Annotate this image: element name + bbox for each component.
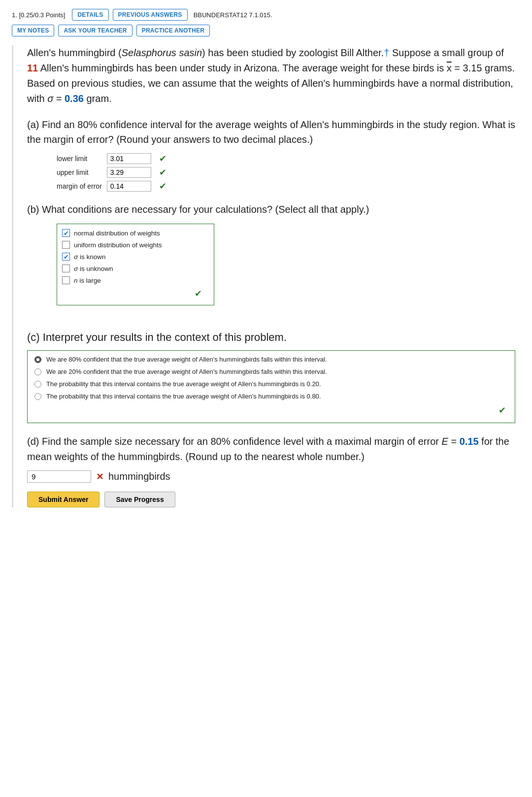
save-progress-button[interactable]: Save Progress <box>104 492 175 507</box>
part-d-text: (d) Find the sample size necessary for a… <box>27 434 515 465</box>
checkbox-4[interactable] <box>62 265 70 272</box>
checkbox-section: ✔ normal distribution of weights uniform… <box>57 224 214 305</box>
answer-d-input[interactable] <box>27 470 91 483</box>
xbar-symbol: x <box>447 63 452 73</box>
dagger-symbol: † <box>384 47 389 58</box>
checkbox-label-2: uniform distribution of weights <box>74 241 162 249</box>
top-bar: 1. [0.25/0.3 Points] DETAILS PREVIOUS AN… <box>12 9 520 21</box>
species-name: Selasphorus sasin <box>122 47 202 58</box>
page-wrapper: 1. [0.25/0.3 Points] DETAILS PREVIOUS AN… <box>0 0 532 527</box>
check-icon-1: ✔ <box>64 230 69 237</box>
answer-row-d: ✕ hummingbirds <box>27 470 515 483</box>
lower-limit-row: lower limit ✔ <box>57 152 171 166</box>
radio-1[interactable] <box>34 356 41 363</box>
radio-4[interactable] <box>34 393 41 400</box>
upper-limit-row: upper limit ✔ <box>57 166 171 179</box>
lower-limit-input[interactable] <box>107 153 151 164</box>
radio-3[interactable] <box>34 381 41 388</box>
checkbox-5[interactable] <box>62 276 70 284</box>
points-label: 1. [0.25/0.3 Points] <box>12 11 65 19</box>
checkbox-2[interactable] <box>62 241 70 249</box>
radio-row-1: We are 80% confident that the true avera… <box>34 356 506 363</box>
margin-error-row: margin of error ✔ <box>57 179 171 193</box>
part-b-intro: (b) What conditions are necessary for yo… <box>27 202 515 217</box>
question-text: Allen's hummingbird (Selasphorus sasin) … <box>27 45 515 106</box>
second-bar: MY NOTES ASK YOUR TEACHER PRACTICE ANOTH… <box>12 25 520 36</box>
lower-limit-check: ✔ <box>159 154 166 164</box>
hummingbirds-label: hummingbirds <box>108 471 170 482</box>
sigma-symbol: σ <box>47 93 53 104</box>
radio-2[interactable] <box>34 368 41 375</box>
upper-limit-check: ✔ <box>159 167 166 177</box>
checkbox-row-2: uniform distribution of weights <box>62 241 205 249</box>
wrong-icon: ✕ <box>96 471 103 482</box>
upper-limit-label: upper limit <box>57 166 107 179</box>
checkbox-3[interactable]: ✔ <box>62 253 70 261</box>
bottom-buttons: Submit Answer Save Progress <box>27 492 515 507</box>
radio-label-3: The probability that this interval conta… <box>46 380 321 388</box>
radio-label-4: The probability that this interval conta… <box>46 393 321 400</box>
checkbox-label-5: n is large <box>74 277 101 284</box>
radio-label-1: We are 80% confident that the true avera… <box>46 356 327 363</box>
details-button[interactable]: DETAILS <box>72 9 108 21</box>
lower-limit-label: lower limit <box>57 152 107 166</box>
margin-error-input[interactable] <box>107 181 151 192</box>
radio-label-2: We are 20% confident that the true avera… <box>46 368 327 375</box>
ask-teacher-button[interactable]: ASK YOUR TEACHER <box>58 25 132 36</box>
problem-id: BBUNDERSTAT12 7.1.015. <box>194 11 272 19</box>
check-icon-3: ✔ <box>64 253 69 261</box>
checkbox-label-4: σ is unknown <box>74 265 113 272</box>
part-c-label: (c) Interpret your results in the contex… <box>27 329 515 345</box>
radio-section-check: ✔ <box>34 405 506 416</box>
radio-section: We are 80% confident that the true avera… <box>27 350 515 423</box>
checkbox-row-1: ✔ normal distribution of weights <box>62 229 205 237</box>
checkbox-label-3: σ is known <box>74 253 105 261</box>
E-value: 0.15 <box>460 436 479 447</box>
checkbox-row-4: σ is unknown <box>62 265 205 272</box>
fields-table: lower limit ✔ upper limit ✔ margin of er… <box>57 152 515 193</box>
main-content: Allen's hummingbird (Selasphorus sasin) … <box>12 45 520 507</box>
checkbox-section-check: ✔ <box>62 288 205 299</box>
margin-error-check: ✔ <box>159 181 166 191</box>
practice-another-button[interactable]: PRACTICE ANOTHER <box>136 25 210 36</box>
part-a-label: (a) Find an 80% confidence interval for … <box>27 117 515 147</box>
my-notes-button[interactable]: MY NOTES <box>12 25 54 36</box>
upper-limit-input[interactable] <box>107 167 151 178</box>
radio-row-3: The probability that this interval conta… <box>34 380 506 388</box>
checkbox-1[interactable]: ✔ <box>62 229 70 237</box>
previous-answers-button[interactable]: PREVIOUS ANSWERS <box>113 9 188 21</box>
margin-error-label: margin of error <box>57 179 107 193</box>
submit-button[interactable]: Submit Answer <box>27 492 100 507</box>
checkbox-label-1: normal distribution of weights <box>74 230 160 237</box>
sigma-value: 0.36 <box>65 93 84 104</box>
radio-row-4: The probability that this interval conta… <box>34 393 506 400</box>
checkbox-row-5: n is large <box>62 276 205 284</box>
n-value: 11 <box>27 63 38 73</box>
radio-row-2: We are 20% confident that the true avera… <box>34 368 506 375</box>
checkbox-row-3: ✔ σ is known <box>62 253 205 261</box>
